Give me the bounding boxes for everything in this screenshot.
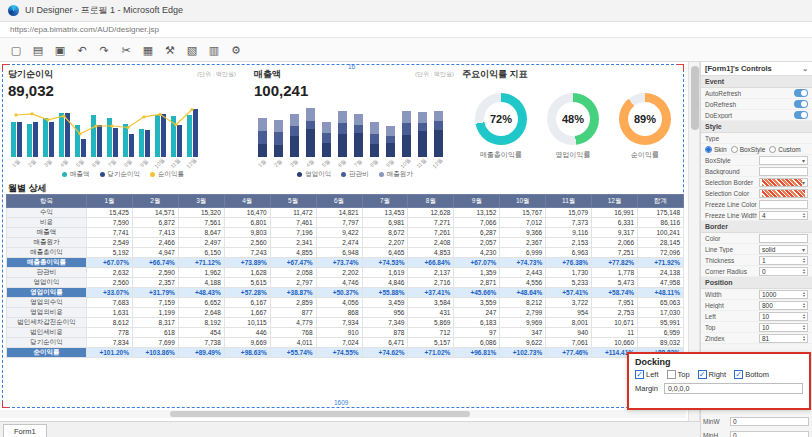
line-type-field[interactable]: solid▾ <box>759 245 808 254</box>
vertical-scroll-thumb[interactable] <box>691 66 699 130</box>
thickness-field[interactable]: 1▴▾ <box>759 256 808 265</box>
table-row[interactable]: 매출총이익5,1924,9476,1507,2434,8556,9486,465… <box>7 248 684 258</box>
radio-icon[interactable] <box>769 146 776 153</box>
donut-chart[interactable]: 72% <box>475 93 527 145</box>
section-header-event[interactable]: Event <box>701 76 812 88</box>
donut-chart[interactable]: 48% <box>547 93 599 145</box>
save-icon[interactable]: ▣ <box>50 41 70 59</box>
checkbox-icon[interactable]: ✓ <box>635 370 644 379</box>
section-header-style[interactable]: Style <box>701 121 812 133</box>
radio-icon[interactable] <box>705 146 712 153</box>
spinner-icon[interactable]: ▴▾ <box>803 212 805 218</box>
cut-icon[interactable]: ✂ <box>116 41 136 59</box>
controls-panel-header[interactable]: [Form1]'s Controls ⌄ <box>701 62 812 76</box>
freeze-line-width-field[interactable]: 4▴▾ <box>759 211 808 220</box>
undo-icon[interactable]: ↶ <box>72 41 92 59</box>
table-row[interactable]: 당기순이익7,8347,6997,7389,6694,0117,0246,471… <box>7 338 684 348</box>
settings-icon[interactable]: ⚙ <box>226 41 246 59</box>
bar-당기순이익 <box>145 130 150 157</box>
chart-icon[interactable]: ▧ <box>182 41 202 59</box>
event-toggle-icon[interactable] <box>794 100 808 108</box>
spinner-icon[interactable]: ▴▾ <box>803 291 805 297</box>
segment-판관비 <box>386 136 395 143</box>
radio-option-skin[interactable]: Skin <box>705 146 727 153</box>
zindex-field[interactable]: 81▴▾ <box>759 334 808 343</box>
table-cell: 3,722 <box>546 298 592 308</box>
top-field[interactable]: 10▴▾ <box>759 323 808 332</box>
selection-border-field[interactable]: ▾ <box>759 178 808 187</box>
dock-option-bottom[interactable]: ✓Bottom <box>734 370 769 379</box>
event-toggle-icon[interactable] <box>794 89 808 97</box>
dock-option-right[interactable]: ✓Right <box>698 370 727 379</box>
calculator-icon[interactable]: ▥ <box>204 41 224 59</box>
page-url[interactable]: https://epa.bimatrix.com/AUD/designer.js… <box>10 25 159 34</box>
width-field[interactable]: 1000▴▾ <box>759 290 808 299</box>
table-cell: 1,199 <box>132 308 178 318</box>
redo-icon[interactable]: ↷ <box>94 41 114 59</box>
boxstyle-field[interactable]: ▾ <box>759 156 808 165</box>
monthly-detail-table[interactable]: 항목1월2월3월4월5월6월7월8월9월10월11월12월합계 수익15,425… <box>6 194 684 358</box>
corner-radius-field[interactable]: 0▴▾ <box>759 267 808 276</box>
table-row[interactable]: 영업이익2,5602,3574,1885,6152,7974,7464,8462… <box>7 278 684 288</box>
new-document-icon[interactable]: ▢ <box>6 41 26 59</box>
table-row[interactable]: 법인세비용77861845444676891087871297347940116… <box>7 328 684 338</box>
table-row[interactable]: 영업외비용1,6311,1992,6481,667877868956431247… <box>7 308 684 318</box>
horizontal-scrollbar[interactable] <box>0 410 686 418</box>
revenue-card[interactable]: (단위 : 백만원) 매출액 100,241 1월2월3월4월5월6월7월8월9… <box>254 68 456 179</box>
table-row[interactable]: 매출액7,7417,4138,6479,8037,1969,4228,6727,… <box>7 228 684 238</box>
open-folder-icon[interactable]: ▤ <box>28 41 48 59</box>
color-field[interactable] <box>759 234 808 243</box>
form-tab[interactable]: Form1 <box>3 424 47 437</box>
panel-row: Corner Radius0▴▾ <box>701 266 812 277</box>
left-field[interactable]: 10▴▾ <box>759 312 808 321</box>
dock-option-top[interactable]: Top <box>667 370 690 379</box>
row-label: 법인세비용 <box>7 328 87 338</box>
grid-icon[interactable]: ▦ <box>138 41 158 59</box>
freeze-line-color-field[interactable] <box>759 200 808 209</box>
table-row[interactable]: 순이익률+101.20%+103.86%+89.49%+98.63%+55.74… <box>7 348 684 358</box>
section-header-position[interactable]: Position <box>701 277 812 289</box>
radio-option-boxstyle[interactable]: BoxStyle <box>731 146 766 153</box>
bottom-size-marker: 1609 <box>334 399 348 406</box>
table-row[interactable]: 비용7,5906,8727,5616,8017,4617,7976,9817,2… <box>7 218 684 228</box>
dock-option-left[interactable]: ✓Left <box>635 370 659 379</box>
ratio-indicators-card[interactable]: 주요이익률 지표 72%매출총이익률48%영업이익률89%순이익률 <box>462 68 684 160</box>
table-cell: +102.73% <box>500 348 546 358</box>
url-bar[interactable]: https://epa.bimatrix.com/AUD/designer.js… <box>0 22 812 38</box>
checkbox-icon[interactable] <box>667 370 676 379</box>
table-row[interactable]: 매출총이익률+67.07%+66.74%+71.12%+73.89%+67.47… <box>7 258 684 268</box>
net-profit-card[interactable]: (단위 : 백만원) 당기순이익 89,032 1월2월3월4월5월6월7월8월… <box>8 68 238 179</box>
table-cell: 3,459 <box>362 298 408 308</box>
spinner-icon[interactable]: ▴▾ <box>803 324 805 330</box>
radio-icon[interactable] <box>731 146 738 153</box>
margin-input[interactable]: 0,0,0,0 <box>664 383 803 394</box>
table-row[interactable]: 법인세차감전순이익8,6128,3178,19210,1154,7797,934… <box>7 318 684 328</box>
checkbox-icon[interactable]: ✓ <box>698 370 707 379</box>
event-toggle-icon[interactable] <box>794 111 808 119</box>
table-row[interactable]: 수익15,42514,57115,32016,47011,47214,82113… <box>7 208 684 218</box>
section-header-border[interactable]: Border <box>701 221 812 233</box>
radio-option-custom[interactable]: Custom <box>769 146 800 153</box>
minw-input[interactable]: 0 <box>730 417 809 426</box>
selection-color-field[interactable] <box>759 189 808 198</box>
table-row[interactable]: 영업이익률+33.07%+31.79%+48.43%+57.28%+38.87%… <box>7 288 684 298</box>
chevron-down-icon[interactable]: ⌄ <box>802 65 808 73</box>
field-label: Left <box>705 313 757 320</box>
spinner-icon[interactable]: ▴▾ <box>803 257 805 263</box>
spinner-icon[interactable]: ▴▾ <box>803 302 805 308</box>
background-field[interactable] <box>759 167 808 176</box>
table-row[interactable]: 영업외수익7,6837,1596,6526,1672,8594,0563,459… <box>7 298 684 308</box>
table-row[interactable]: 매출원가2,5492,4662,4972,5602,3412,4742,2072… <box>7 238 684 248</box>
horizontal-scroll-thumb[interactable] <box>170 411 470 417</box>
table-row[interactable]: 판관비2,6322,5901,9621,6282,0582,2021,6192,… <box>7 268 684 278</box>
donut-chart[interactable]: 89% <box>619 93 671 145</box>
height-field[interactable]: 800▴▾ <box>759 301 808 310</box>
spinner-icon[interactable]: ▴▾ <box>803 268 805 274</box>
tools-icon[interactable]: ⚒ <box>160 41 180 59</box>
designer-canvas[interactable]: 16 1609 (단위 : 백만원) 당기순이익 89,032 1월2월3월4월… <box>0 62 688 421</box>
spinner-icon[interactable]: ▴▾ <box>803 335 805 341</box>
minh-input[interactable]: 0 <box>730 431 809 437</box>
checkbox-icon[interactable]: ✓ <box>734 370 743 379</box>
spinner-icon[interactable]: ▴▾ <box>803 313 805 319</box>
bar-매출액 <box>91 115 96 157</box>
